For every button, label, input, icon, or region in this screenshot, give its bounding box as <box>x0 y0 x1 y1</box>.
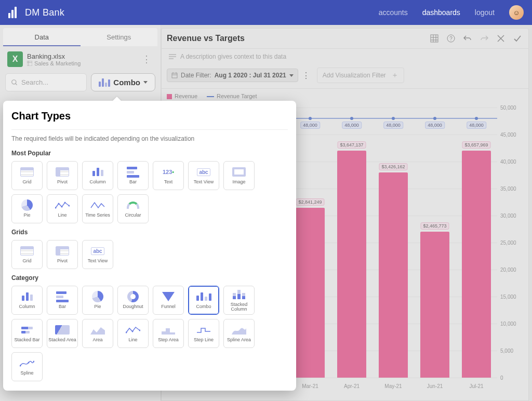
tile-textview-2[interactable]: abcText View <box>82 240 113 269</box>
tile-doughnut[interactable]: Doughnut <box>117 286 149 315</box>
tile-pivot-2[interactable]: Pivot <box>47 240 78 269</box>
plus-icon: ＋ <box>391 71 398 80</box>
tile-stacked-column[interactable]: Stacked Column <box>223 286 255 315</box>
excel-icon: X <box>7 51 23 67</box>
filter-menu-button[interactable]: ⋮ <box>300 70 312 81</box>
revenue-bar[interactable] <box>379 172 408 378</box>
tile-grid-2[interactable]: Grid <box>11 240 43 269</box>
date-filter-chip[interactable]: Date Filter: Aug 1 2020 : Jul 31 2021 <box>167 69 298 82</box>
legend-revenue: Revenue <box>167 93 197 99</box>
svg-point-33 <box>28 362 30 364</box>
grid-icon[interactable] <box>429 33 440 44</box>
section-most-popular: Most Popular <box>11 150 288 157</box>
tab-settings[interactable]: Settings <box>81 28 158 46</box>
tile-spline-area[interactable]: Spline Area <box>223 319 255 348</box>
bar-column: $3,647,13748,000 <box>331 108 373 378</box>
tile-line-2[interactable]: Line <box>117 319 149 348</box>
y-tick: 5,000 <box>500 348 513 354</box>
y-tick: 10,000 <box>500 321 516 327</box>
x-tick: Apr-21 <box>331 383 373 389</box>
tile-stacked-area[interactable]: Stacked Area <box>47 319 78 348</box>
nav-accounts[interactable]: accounts <box>379 8 408 17</box>
popover-title: Chart Types <box>11 110 288 122</box>
datasource-menu-button[interactable]: ⋮ <box>140 54 153 65</box>
tile-combo[interactable]: Combo <box>188 286 219 315</box>
avatar[interactable]: ☺ <box>509 5 524 20</box>
datasource-name: Banking.xlsx <box>27 52 140 60</box>
target-point <box>309 117 312 120</box>
svg-point-25 <box>64 202 66 204</box>
tile-column[interactable]: Column <box>82 161 113 190</box>
tab-data[interactable]: Data <box>3 28 81 46</box>
target-value-label: 48,000 <box>425 122 445 129</box>
chart-types-popover: Chart Types The required fields will be … <box>3 101 296 391</box>
tile-timeseries[interactable]: Time Series <box>82 194 113 223</box>
sheet-icon <box>27 61 32 66</box>
tile-step-line[interactable]: Step Line <box>188 319 219 348</box>
bar-column: $3,657,96948,000 <box>456 108 497 378</box>
bar-value-label: $3,647,137 <box>337 141 366 149</box>
undo-icon[interactable] <box>462 33 473 44</box>
calendar-icon <box>171 72 178 78</box>
tile-grid[interactable]: Grid <box>11 161 43 190</box>
add-visualization-filter[interactable]: Add Visualization Filter ＋ <box>317 68 404 83</box>
date-filter-value: Aug 1 2020 : Jul 31 2021 <box>215 72 286 79</box>
chevron-down-icon <box>143 81 148 84</box>
bar-value-label: $3,426,162 <box>379 163 407 170</box>
tile-column-2[interactable]: Column <box>11 286 43 315</box>
search-placeholder: Search... <box>21 78 48 86</box>
combo-label: Combo <box>113 78 140 87</box>
confirm-icon[interactable] <box>512 33 523 44</box>
bar-column: $2,465,77348,000 <box>414 108 456 378</box>
chevron-down-icon <box>289 74 294 77</box>
tile-step-area[interactable]: Step Area <box>153 319 184 348</box>
target-value-label: 48,000 <box>300 122 320 129</box>
tile-text[interactable]: 123•Text <box>153 161 184 190</box>
target-value-label: 48,000 <box>342 122 362 129</box>
y-tick: 0 <box>500 375 503 381</box>
tile-bar[interactable]: Bar <box>117 161 149 190</box>
legend-target: Revenue Target <box>207 93 257 99</box>
revenue-bar[interactable] <box>420 232 449 378</box>
redo-icon[interactable] <box>478 33 490 44</box>
tile-textview[interactable]: abcText View <box>188 161 219 190</box>
datasource-sheet: Sales & Marketing <box>27 60 140 66</box>
svg-rect-0 <box>27 61 32 66</box>
tile-spline[interactable]: Spline <box>11 352 43 381</box>
y-tick: 20,000 <box>500 267 516 273</box>
y-tick: 35,000 <box>500 186 516 192</box>
tile-image[interactable]: Image <box>223 161 255 190</box>
search-input[interactable]: Search... <box>5 73 87 91</box>
add-viz-label: Add Visualization Filter <box>323 72 386 79</box>
nav-dashboards[interactable]: dashboards <box>422 8 460 17</box>
panel-description[interactable]: A description gives context to this data <box>180 53 286 60</box>
tile-stacked-bar[interactable]: Stacked Bar <box>11 319 43 348</box>
svg-point-3 <box>12 79 16 84</box>
tile-funnel[interactable]: Funnel <box>153 286 184 315</box>
x-tick: Jul-21 <box>456 383 497 389</box>
tile-pivot[interactable]: Pivot <box>47 161 78 190</box>
close-icon[interactable] <box>495 33 507 44</box>
search-icon <box>11 79 18 86</box>
help-icon[interactable]: ? <box>445 33 457 44</box>
svg-line-4 <box>16 83 17 85</box>
x-tick: Jun-21 <box>414 383 456 389</box>
tile-pie-2[interactable]: Pie <box>82 286 113 315</box>
chart-type-dropdown[interactable]: Combo <box>91 73 155 91</box>
revenue-bar[interactable] <box>296 208 325 378</box>
nav-logout[interactable]: logout <box>475 8 495 17</box>
revenue-bar[interactable] <box>337 151 366 378</box>
tile-area[interactable]: Area <box>82 319 113 348</box>
combo-icon <box>99 78 110 87</box>
y-tick: 25,000 <box>500 240 516 246</box>
y-tick: 30,000 <box>500 213 516 219</box>
svg-text:?: ? <box>449 36 453 42</box>
bar-value-label: $2,841,249 <box>296 198 324 206</box>
tile-pie[interactable]: Pie <box>11 194 43 223</box>
description-icon <box>169 54 176 60</box>
tile-circular[interactable]: Circular <box>117 194 149 223</box>
revenue-bar[interactable] <box>462 151 491 378</box>
tile-line[interactable]: Line <box>47 194 78 223</box>
target-value-label: 48,000 <box>383 122 403 129</box>
tile-bar-2[interactable]: Bar <box>47 286 78 315</box>
